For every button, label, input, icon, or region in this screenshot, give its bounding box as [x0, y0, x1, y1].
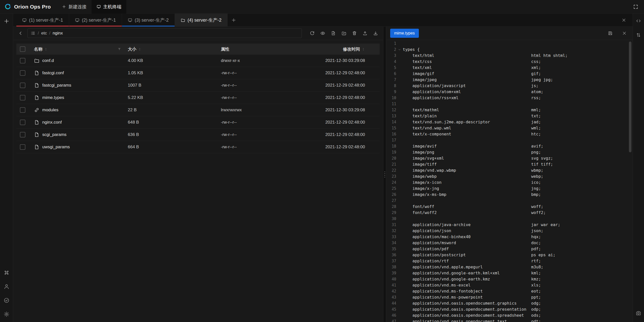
- link-icon: [34, 107, 39, 113]
- caret-sort-icon: [362, 48, 365, 51]
- line-number: 23: [386, 173, 396, 180]
- row-checkbox[interactable]: [20, 107, 25, 113]
- session-tab-1[interactable]: (1) server-生产-1: [16, 14, 69, 26]
- screenshot-button[interactable]: [634, 309, 643, 317]
- tab-label: (3) server-生产-2: [135, 17, 169, 23]
- fullscreen-button[interactable]: [631, 3, 640, 11]
- row-checkbox[interactable]: [20, 120, 25, 125]
- sort-carets[interactable]: [362, 48, 365, 51]
- line-number: 19: [386, 149, 396, 155]
- column-header-2[interactable]: 大小: [128, 46, 221, 52]
- file-row[interactable]: fastcgi_params1007 B-rw-r--r--2021-12-29…: [16, 79, 380, 92]
- panel-splitter[interactable]: [383, 27, 386, 322]
- app-logo-icon: [4, 3, 12, 11]
- list-view-icon[interactable]: [31, 31, 35, 35]
- row-checkbox[interactable]: [20, 58, 25, 63]
- editor-scrollbar[interactable]: [629, 42, 631, 152]
- line-number: 27: [386, 198, 396, 204]
- new-file-button[interactable]: [329, 29, 338, 38]
- fold-gutter: [396, 318, 403, 322]
- breadcrumb-segment[interactable]: etc: [41, 31, 47, 36]
- line-number: 46: [386, 312, 396, 318]
- file-name[interactable]: scgi_params: [42, 132, 66, 137]
- session-tab-3[interactable]: (3) server-生产-2: [122, 14, 175, 26]
- new-folder-button[interactable]: [340, 29, 348, 38]
- folder-icon: [181, 18, 185, 22]
- file-icon: [34, 132, 39, 137]
- file-icon: [34, 95, 39, 100]
- code-text: image/webp webp;: [403, 173, 543, 180]
- code-view-button[interactable]: [634, 17, 643, 25]
- status-button[interactable]: [2, 296, 11, 305]
- row-checkbox[interactable]: [20, 70, 25, 76]
- file-row[interactable]: uwsgi_params664 B-rw-r--r--2021-12-29 02…: [16, 141, 380, 153]
- menu-item-1[interactable]: 新建连接: [57, 0, 92, 14]
- session-tab-4[interactable]: (4) server-生产-2: [175, 14, 228, 26]
- file-name[interactable]: uwsgi_params: [42, 145, 70, 150]
- code-editor[interactable]: 12types {3 text/html html htm shtml;4 te…: [386, 40, 633, 322]
- file-row[interactable]: modules22 Blrwxrwxrwx2021-12-30 03:29:08: [16, 104, 380, 116]
- close-tabs-button[interactable]: [620, 16, 628, 24]
- toggle-hidden-button[interactable]: [318, 29, 327, 38]
- fold-gutter: [396, 131, 403, 137]
- editor-file-tab[interactable]: mime.types: [390, 29, 419, 38]
- fold-gutter: [396, 180, 403, 186]
- settings-button[interactable]: [2, 310, 11, 318]
- file-table-body: conf.d4.00 KBdrwxr-xr-x2021-12-30 03:29:…: [16, 55, 380, 153]
- user-profile-button[interactable]: [2, 282, 11, 291]
- code-line: 23 image/webp webp;: [386, 173, 633, 180]
- back-button[interactable]: [16, 29, 25, 38]
- file-name[interactable]: mime.types: [42, 95, 64, 100]
- breadcrumb-segment[interactable]: nginx: [53, 31, 63, 36]
- path-bar[interactable]: /etc/nginx: [27, 28, 302, 38]
- code-line: 17: [386, 137, 633, 143]
- file-mtime: 2021-12-29 02:48:00: [318, 145, 380, 150]
- tab-status-underline: [69, 26, 122, 26]
- delete-button[interactable]: [350, 29, 359, 38]
- filter-icon[interactable]: [117, 47, 121, 51]
- fold-gutter[interactable]: [396, 47, 403, 53]
- column-header-1[interactable]: 名称: [29, 46, 128, 52]
- file-row[interactable]: scgi_params636 B-rw-r--r--2021-12-29 02:…: [16, 129, 380, 141]
- add-tab-button[interactable]: [228, 14, 240, 26]
- file-row[interactable]: mime.types5.22 KB-rw-r--r--2021-12-29 02…: [16, 92, 380, 104]
- row-checkbox[interactable]: [20, 83, 25, 88]
- refresh-button[interactable]: [308, 29, 316, 38]
- file-mtime: 2021-12-29 02:48:00: [318, 120, 380, 125]
- code-icon: [636, 18, 641, 24]
- file-name[interactable]: fastcgi_params: [42, 83, 71, 88]
- folder-add-icon: [341, 31, 346, 36]
- row-checkbox[interactable]: [20, 144, 25, 150]
- download-button[interactable]: [371, 29, 380, 38]
- row-checkbox[interactable]: [20, 95, 25, 100]
- editor-close-button[interactable]: [620, 29, 629, 38]
- command-palette-button[interactable]: [2, 268, 11, 277]
- file-name[interactable]: modules: [42, 108, 58, 113]
- row-checkbox[interactable]: [20, 132, 25, 137]
- code-text: text/x-component htc;: [403, 131, 541, 137]
- code-line: 45 application/vnd.oasis.opendocument.pr…: [386, 306, 633, 312]
- upload-button[interactable]: [361, 29, 369, 38]
- fold-gutter: [396, 71, 403, 77]
- fold-gutter: [396, 83, 403, 89]
- menu-item-2[interactable]: 主机终端: [92, 0, 126, 14]
- file-row[interactable]: nginx.conf648 B-rw-r--r--2021-12-29 02:4…: [16, 116, 380, 129]
- file-row[interactable]: fastcgi.conf1.05 KB-rw-r--r--2021-12-29 …: [16, 67, 380, 79]
- select-all-checkbox[interactable]: [20, 46, 25, 52]
- sort-toggle-button[interactable]: [634, 31, 643, 39]
- file-name[interactable]: conf.d: [42, 58, 54, 63]
- file-row[interactable]: conf.d4.00 KBdrwxr-xr-x2021-12-30 03:29:…: [16, 55, 380, 67]
- sort-carets[interactable]: [44, 48, 48, 51]
- file-name[interactable]: nginx.conf: [42, 120, 62, 125]
- code-text: image/avif avif;: [403, 143, 543, 149]
- link-icon: [34, 107, 39, 113]
- column-header-4[interactable]: 修改时间: [318, 46, 380, 52]
- code-line: 32 application/json json;: [386, 228, 633, 234]
- session-tab-2[interactable]: (2) server-生产-1: [69, 14, 122, 26]
- save-button[interactable]: [606, 29, 615, 38]
- sort-carets[interactable]: [138, 48, 141, 51]
- file-name[interactable]: fastcgi.conf: [42, 70, 64, 76]
- left-rail: [0, 14, 13, 322]
- code-text: application/vnd.apple.mpegurl m3u8;: [403, 264, 543, 270]
- new-connection-button[interactable]: [2, 17, 11, 25]
